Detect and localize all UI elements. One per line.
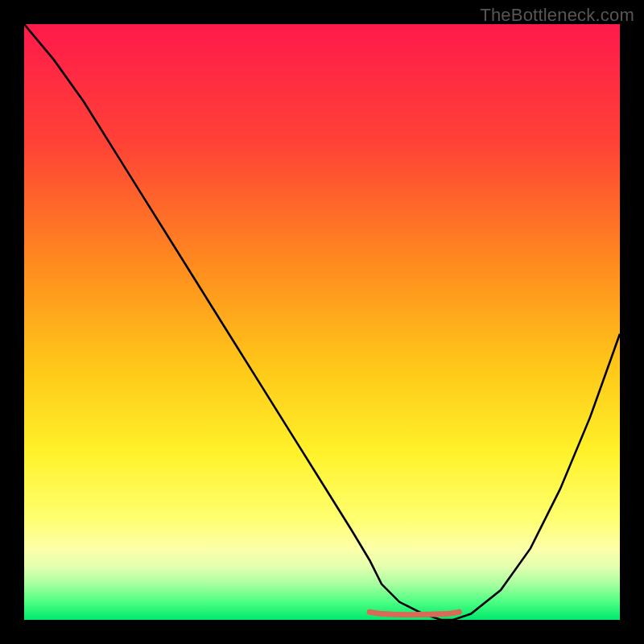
- optimal-flat-segment: [369, 612, 459, 614]
- heat-gradient-background: [24, 24, 620, 620]
- watermark-text: TheBottleneck.com: [480, 5, 634, 26]
- chart-svg: [24, 24, 620, 620]
- bottleneck-chart: [24, 24, 620, 620]
